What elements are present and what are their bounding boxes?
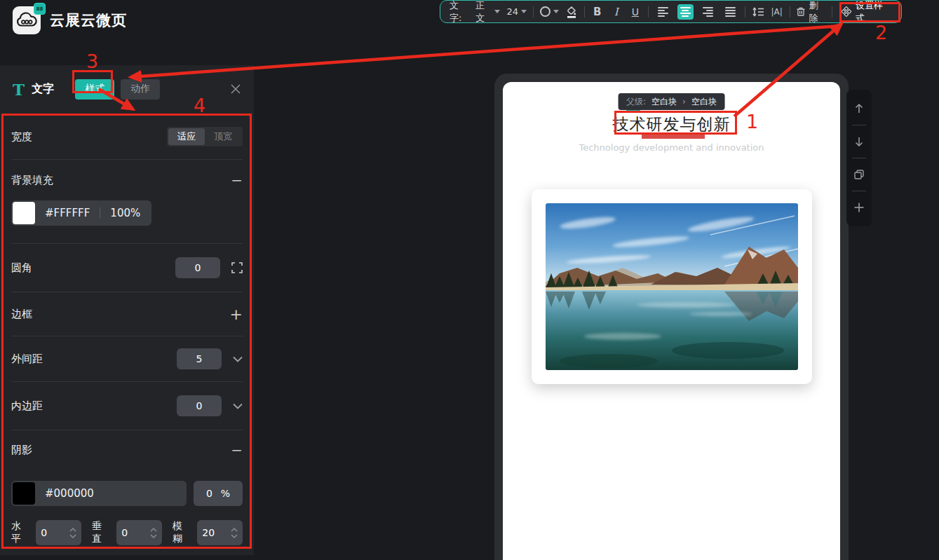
four-diamonds-icon: [842, 6, 851, 17]
shadow-vertical-stepper[interactable]: 0: [116, 520, 162, 545]
move-down-button[interactable]: [846, 128, 872, 155]
text-label: 文字:: [450, 0, 469, 25]
app-logo[interactable]: 88 云展云微页: [13, 6, 127, 34]
selection-indicator: [626, 110, 640, 113]
text-format-toolbar: 文字: 正文 24 B I U: [440, 0, 902, 23]
font-family-dropdown[interactable]: 正文: [475, 0, 500, 25]
letter-spacing-button[interactable]: |A|: [771, 4, 783, 20]
app-title: 云展云微页: [50, 11, 127, 30]
percent-sign: %: [221, 488, 230, 499]
width-option-fit[interactable]: 适应: [168, 128, 205, 145]
background-opacity-value: 100%: [110, 207, 140, 219]
chevron-down-icon[interactable]: [233, 356, 243, 362]
stepper-arrows-icon[interactable]: [231, 528, 238, 538]
margin-label: 外间距: [11, 353, 43, 366]
tab-style[interactable]: 样式: [75, 79, 114, 100]
toolbar-divider: [745, 6, 745, 18]
shadow-label: 阴影: [11, 444, 32, 457]
border-label: 边框: [11, 308, 32, 321]
stepper-arrows-icon[interactable]: [150, 528, 157, 538]
breadcrumb-parent[interactable]: 空白块: [651, 96, 677, 108]
text-type-icon: T: [13, 80, 25, 99]
page-title-text[interactable]: 技术研发与创新: [503, 114, 840, 135]
logo-cloud-icon: 88: [13, 6, 41, 34]
highlight-color-button[interactable]: [565, 4, 578, 20]
page-subtitle-text[interactable]: Technology development and innovation: [503, 142, 840, 153]
tab-action[interactable]: 动作: [121, 79, 160, 100]
bold-button[interactable]: B: [591, 4, 604, 20]
padding-input[interactable]: 0: [177, 395, 222, 416]
italic-button[interactable]: I: [610, 4, 623, 20]
radius-label: 圆角: [11, 261, 32, 275]
add-plus-icon[interactable]: +: [230, 306, 243, 323]
toolbar-divider: [584, 6, 585, 18]
align-left-button[interactable]: [655, 4, 671, 20]
chevron-down-icon[interactable]: [233, 403, 243, 409]
page-preview-frame: 父级: 空白块 › 空白块 技术研发与创新 Technology develop…: [494, 74, 849, 560]
breadcrumb-prefix: 父级:: [626, 96, 646, 108]
text-color-picker[interactable]: [540, 6, 559, 17]
shadow-opacity-input[interactable]: 0 %: [194, 481, 243, 506]
underline-button[interactable]: U: [629, 4, 642, 20]
shadow-color-value: #000000: [45, 487, 94, 500]
collapse-minus-icon[interactable]: −: [231, 172, 243, 189]
photo-card[interactable]: [532, 189, 812, 384]
breadcrumb-separator: ›: [682, 97, 686, 107]
duplicate-button[interactable]: [846, 161, 872, 188]
align-justify-button[interactable]: [722, 4, 738, 20]
shadow-horizontal-label: 水平: [11, 520, 29, 545]
breadcrumb: 父级: 空白块 › 空白块: [618, 93, 725, 110]
shadow-color-chip[interactable]: #000000: [11, 481, 187, 506]
toolbar-divider: [832, 6, 832, 18]
mountain-lake-photo: [546, 203, 798, 370]
toolbar-divider: [533, 6, 534, 18]
line-spacing-button[interactable]: [752, 4, 764, 20]
chevron-down-icon: [521, 10, 527, 13]
align-center-button[interactable]: [677, 4, 694, 20]
toolbar-divider: [648, 6, 649, 18]
delete-button[interactable]: 删除: [797, 0, 826, 25]
width-segmented-control: 适应 顶宽: [167, 127, 243, 146]
expand-corners-icon[interactable]: [231, 262, 243, 273]
logo-badge: 88: [34, 3, 46, 15]
background-fill-label: 背景填充: [11, 174, 53, 187]
set-style-button[interactable]: 设置样式: [839, 0, 892, 25]
align-right-button[interactable]: [700, 4, 716, 20]
close-icon[interactable]: [230, 83, 241, 95]
color-swatch: [13, 482, 35, 505]
chevron-down-icon: [553, 10, 559, 13]
text-color-circle-icon: [540, 6, 550, 17]
padding-label: 内边距: [11, 399, 43, 413]
color-swatch: [13, 202, 35, 224]
collapse-minus-icon[interactable]: −: [231, 442, 243, 458]
width-option-full[interactable]: 顶宽: [205, 128, 241, 145]
toolbar-divider: [790, 6, 790, 18]
width-label: 宽度: [11, 130, 32, 144]
breadcrumb-child[interactable]: 空白块: [691, 96, 717, 108]
shadow-blur-label: 模糊: [173, 520, 191, 545]
text-style-panel: T 文字 样式 动作 宽度 适应 顶宽 背景填充 − #FFFFFF: [0, 65, 254, 555]
page-canvas[interactable]: 父级: 空白块 › 空白块 技术研发与创新 Technology develop…: [503, 82, 840, 560]
font-size-dropdown[interactable]: 24: [506, 6, 527, 17]
element-side-toolbar: [846, 90, 872, 226]
chevron-down-icon: [494, 10, 500, 13]
shadow-vertical-label: 垂直: [92, 520, 110, 545]
move-up-button[interactable]: [846, 95, 872, 122]
shadow-blur-stepper[interactable]: 20: [197, 520, 243, 545]
radius-input[interactable]: 0: [175, 257, 220, 278]
add-element-button[interactable]: [846, 194, 872, 221]
background-color-chip[interactable]: #FFFFFF 100%: [11, 200, 151, 226]
shadow-horizontal-stepper[interactable]: 0: [36, 520, 81, 545]
panel-title: 文字: [32, 82, 54, 97]
trash-icon: [797, 6, 805, 17]
stepper-arrows-icon[interactable]: [69, 528, 76, 538]
margin-input[interactable]: 5: [177, 348, 222, 369]
annotation-number-2: 2: [875, 22, 887, 43]
background-color-value: #FFFFFF: [45, 207, 90, 219]
